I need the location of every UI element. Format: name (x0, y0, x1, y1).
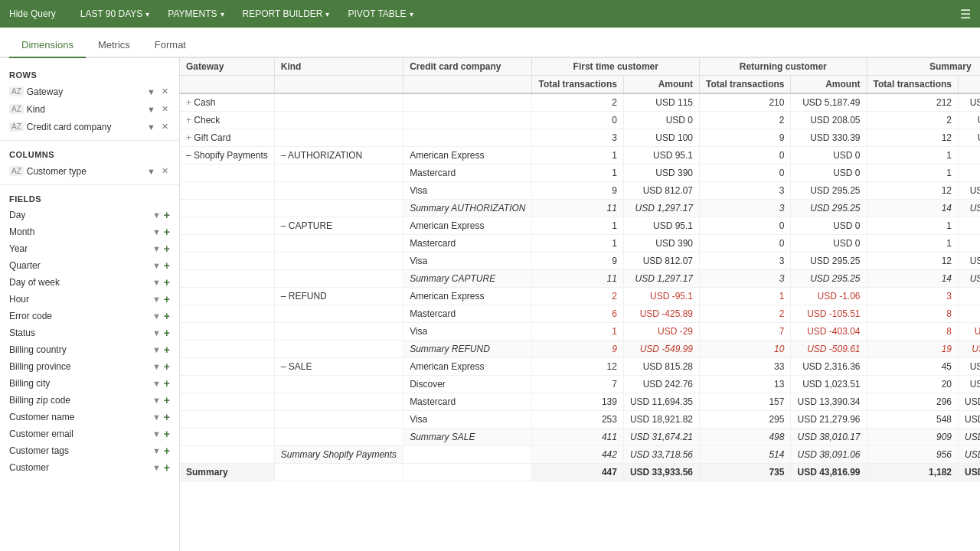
sum-tx-cell: 909 (867, 429, 958, 446)
ft-tx-cell: 9 (532, 253, 623, 270)
ret-amt-cell: USD 0 (791, 217, 867, 235)
table-row: Visa 1 USD -29 7 USD -403.04 8 USD -432.… (180, 323, 980, 341)
sum-amt-cell: USD 71,809.62 (959, 446, 981, 464)
hide-query-button[interactable]: Hide Query (9, 8, 56, 19)
remove-icon[interactable]: ✕ (160, 103, 170, 115)
sum-amt-cell: USD -96.16 (959, 288, 981, 305)
cc-cell: American Express (403, 147, 532, 165)
filter-icon[interactable]: ▼ (152, 429, 161, 439)
sum-tx-cell: 45 (867, 358, 958, 376)
ret-amt-cell: USD 208.05 (791, 112, 867, 129)
ret-tx-cell: 0 (700, 147, 791, 165)
row-gateway-label: Gateway (27, 86, 142, 97)
sum-tx-cell: 1 (867, 235, 958, 253)
add-icon[interactable]: + (164, 394, 170, 406)
add-icon[interactable]: + (164, 360, 170, 373)
table-row: – Shopify Payments – AUTHORIZATION Ameri… (180, 147, 980, 165)
field-item: Billing zip code ▼ + (0, 392, 179, 409)
columns-section-header: Columns (0, 145, 179, 162)
summary-gateway-cell: Summary Shopify Payments (274, 446, 403, 464)
nav-report-builder[interactable]: REPORT BUILDER ▾ (234, 0, 339, 28)
cc-cell: Mastercard (403, 305, 532, 323)
filter-icon[interactable]: ▼ (152, 278, 161, 287)
filter-icon[interactable]: ▼ (152, 463, 161, 472)
add-icon[interactable]: + (164, 209, 170, 221)
ret-tx-cell: 0 (700, 235, 791, 253)
sum-tx-cell: 14 (867, 200, 958, 217)
remove-icon[interactable]: ✕ (160, 86, 170, 97)
remove-icon[interactable]: ✕ (160, 121, 170, 132)
add-icon[interactable]: + (164, 276, 170, 289)
field-item: Day ▼ + (0, 207, 179, 223)
filter-icon[interactable]: ▼ (152, 328, 161, 337)
ft-tx-cell: 447 (532, 464, 623, 481)
filter-icon[interactable]: ▼ (145, 86, 157, 97)
add-icon[interactable]: + (164, 259, 170, 272)
sum-amt-cell: USD -531.4 (959, 305, 981, 323)
table-row: Mastercard 1 USD 390 0 USD 0 1 USD 390 (180, 235, 980, 253)
add-icon[interactable]: + (164, 377, 170, 390)
field-item: Customer ▼ + (0, 459, 179, 476)
sum-amt-cell: USD 208.05 (959, 112, 981, 129)
th-ft-tx: Total transactions (532, 76, 623, 94)
filter-icon[interactable]: ▼ (145, 122, 157, 132)
filter-icon[interactable]: ▼ (152, 379, 161, 388)
sum-amt-cell: USD 390 (959, 165, 981, 182)
field-item: Customer name ▼ + (0, 409, 179, 425)
tab-dimensions[interactable]: Dimensions (9, 33, 86, 58)
filter-icon[interactable]: ▼ (152, 345, 161, 354)
ret-tx-cell: 210 (700, 93, 791, 112)
th-gateway: Gateway (180, 58, 274, 76)
sum-amt-cell: USD 5,302.49 (959, 93, 981, 112)
table-row: Summary Shopify Payments 442 USD 33,718.… (180, 446, 980, 464)
gateway-cell: + Gift Card (180, 129, 274, 147)
ret-amt-cell: USD 5,187.49 (791, 93, 867, 112)
add-icon[interactable]: + (164, 293, 170, 305)
sum-amt-cell: USD 390 (959, 235, 981, 253)
th-sum-amt: Amount (959, 76, 981, 94)
chevron-down-icon: ▾ (410, 10, 413, 18)
ret-amt-cell: USD 295.25 (791, 270, 867, 288)
ret-amt-cell: USD -1.06 (791, 288, 867, 305)
filter-icon[interactable]: ▼ (152, 261, 161, 270)
add-icon[interactable]: + (164, 411, 170, 423)
filter-icon[interactable]: ▼ (152, 396, 161, 405)
filter-icon[interactable]: ▼ (152, 295, 161, 304)
table-row: + Gift Card 3 USD 100 9 USD 330.39 12 US… (180, 129, 980, 147)
tab-metrics[interactable]: Metrics (86, 33, 142, 58)
add-icon[interactable]: + (164, 445, 170, 457)
table-row: Summary CAPTURE 11 USD 1,297.17 3 USD 29… (180, 270, 980, 288)
add-icon[interactable]: + (164, 226, 170, 238)
filter-icon[interactable]: ▼ (152, 412, 161, 422)
filter-icon[interactable]: ▼ (145, 104, 157, 115)
cc-cell: Visa (403, 323, 532, 341)
hamburger-menu-icon[interactable]: ☰ (960, 7, 971, 21)
nav-pivot-table[interactable]: PIVOT TABLE ▾ (338, 0, 422, 28)
nav-payments[interactable]: PAYMENTS ▾ (158, 0, 233, 28)
filter-icon[interactable]: ▼ (152, 311, 161, 321)
nav-last-period[interactable]: LAST 90 DAYS ▾ (71, 0, 159, 28)
field-item: Day of week ▼ + (0, 274, 179, 291)
ft-amt-cell: USD -95.1 (623, 288, 699, 305)
field-item: Billing country ▼ + (0, 341, 179, 358)
add-icon[interactable]: + (164, 327, 170, 339)
filter-icon[interactable]: ▼ (152, 446, 161, 455)
field-item: Quarter ▼ + (0, 257, 179, 274)
add-icon[interactable]: + (164, 461, 170, 474)
tab-format[interactable]: Format (142, 33, 198, 58)
remove-icon[interactable]: ✕ (160, 165, 170, 177)
filter-icon[interactable]: ▼ (152, 227, 161, 236)
filter-icon[interactable]: ▼ (152, 210, 161, 220)
ret-tx-cell: 1 (700, 288, 791, 305)
row-gateway: AZ Gateway ▼ ✕ (0, 83, 179, 100)
filter-icon[interactable]: ▼ (152, 362, 161, 371)
sum-amt-cell: USD 1,107.32 (959, 182, 981, 200)
ft-amt-cell: USD 18,921.82 (623, 411, 699, 429)
filter-icon[interactable]: ▼ (145, 166, 157, 177)
add-icon[interactable]: + (164, 243, 170, 255)
sum-amt-cell: USD 95.1 (959, 217, 981, 235)
add-icon[interactable]: + (164, 310, 170, 322)
filter-icon[interactable]: ▼ (152, 244, 161, 253)
add-icon[interactable]: + (164, 344, 170, 356)
add-icon[interactable]: + (164, 428, 170, 440)
